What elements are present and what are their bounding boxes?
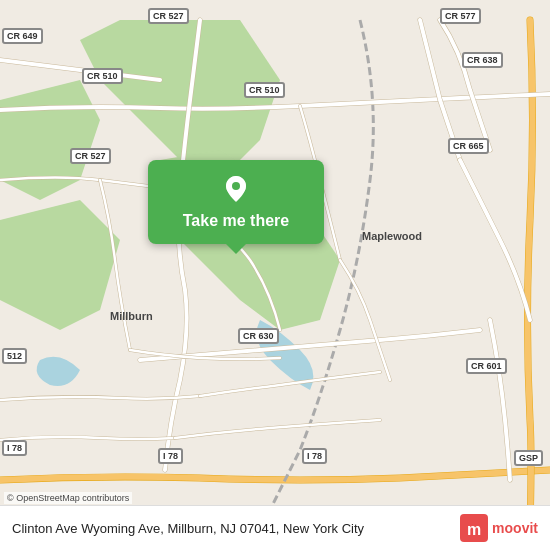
- moovit-icon: m: [460, 514, 488, 542]
- svg-point-6: [232, 182, 240, 190]
- cr-badge-i78-right: I 78: [302, 448, 327, 464]
- map-container: CR 527CR 577CR 649CR 638CR 510CR 510CR 6…: [0, 0, 550, 550]
- cr-badge-cr510-left: CR 510: [82, 68, 123, 84]
- take-me-there-button[interactable]: Take me there: [148, 160, 324, 244]
- location-pin-icon: [220, 174, 252, 206]
- cr-badge-cr601: CR 601: [466, 358, 507, 374]
- cr-badge-i78-mid: I 78: [158, 448, 183, 464]
- cr-badge-cr527-top: CR 527: [148, 8, 189, 24]
- cr-badge-cr630: CR 630: [238, 328, 279, 344]
- cr-badge-cr665: CR 665: [448, 138, 489, 154]
- svg-text:m: m: [467, 521, 481, 538]
- cr-badge-gsp: GSP: [514, 450, 543, 466]
- cr-badge-cr577: CR 577: [440, 8, 481, 24]
- svg-marker-1: [0, 80, 100, 200]
- take-me-there-label: Take me there: [183, 212, 289, 230]
- bottom-bar: Clinton Ave Wyoming Ave, Millburn, NJ 07…: [0, 505, 550, 550]
- cr-badge-i78-left: I 78: [2, 440, 27, 456]
- moovit-logo: m moovit: [460, 514, 538, 542]
- cr-badge-cr649: CR 649: [2, 28, 43, 44]
- address-text: Clinton Ave Wyoming Ave, Millburn, NJ 07…: [12, 521, 460, 536]
- cr-badge-cr638: CR 638: [462, 52, 503, 68]
- moovit-text: moovit: [492, 520, 538, 536]
- cr-badge-cr510-right: CR 510: [244, 82, 285, 98]
- cr-badge-cr527-mid: CR 527: [70, 148, 111, 164]
- osm-attribution: © OpenStreetMap contributors: [4, 492, 132, 504]
- svg-marker-3: [0, 200, 120, 330]
- cr-badge-cr512: 512: [2, 348, 27, 364]
